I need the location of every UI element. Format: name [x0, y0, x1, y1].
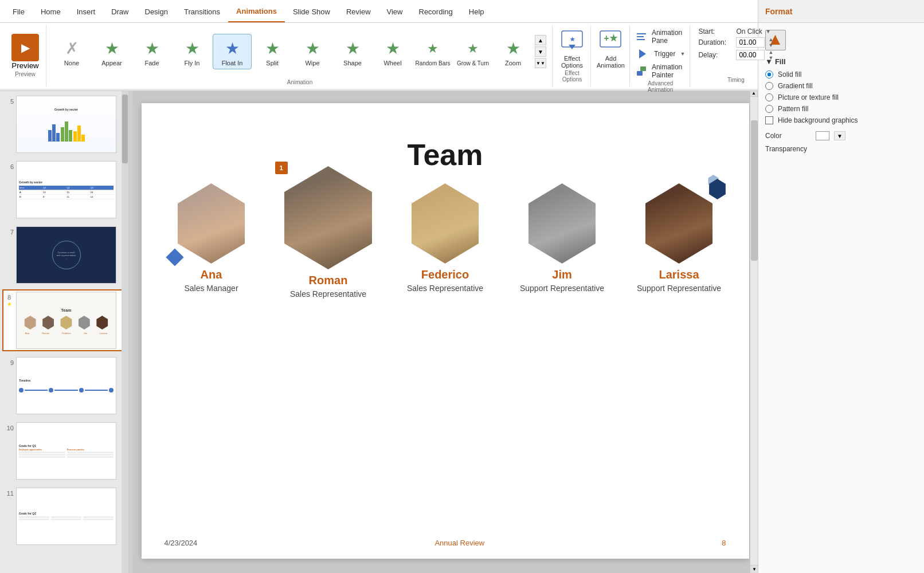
tab-draw[interactable]: Draw — [103, 1, 136, 22]
tab-file[interactable]: File — [5, 1, 33, 22]
slide-thumb-10[interactable]: 10 Goals for Q1 Employee opportunities B… — [2, 420, 126, 482]
slide-num-8: 8★ — [5, 294, 14, 307]
roman-face — [280, 166, 377, 269]
format-panel-header: Format — [758, 0, 924, 23]
effect-options-icon: ★ — [558, 28, 586, 55]
scroll-down-button[interactable]: ▼ — [535, 46, 546, 57]
color-picker-btn[interactable]: ▼ — [834, 131, 845, 140]
slide-scroll-thumb — [751, 120, 758, 261]
tab-transitions[interactable]: Transitions — [176, 1, 228, 22]
timing-group: Start: On Click ▼ Duration: ▲▼ Delay: ▲▼… — [691, 25, 780, 87]
anim-fly-in[interactable]: ★ Fly In — [173, 34, 212, 69]
slide-num-9: 9 — [5, 359, 14, 366]
preview-group-label: Preview — [15, 71, 36, 79]
zoom-icon: ★ — [502, 37, 524, 60]
tab-review[interactable]: Review — [338, 1, 379, 22]
add-animation-button[interactable]: +★ AddAnimation — [597, 28, 625, 69]
fill-option-hide[interactable]: Hide background graphics — [765, 116, 917, 124]
tab-animations[interactable]: Animations — [228, 1, 285, 22]
slide-scroll-bottom-btn[interactable]: ▼ — [750, 565, 758, 573]
animation-painter-row[interactable]: Animation Painter — [636, 62, 686, 80]
preview-group: ▶ Preview Preview — [5, 25, 46, 87]
slide-panel-thumb — [122, 95, 128, 163]
slide-thumb-8[interactable]: 8★ Team Ana Roman Federico J — [2, 289, 126, 351]
tab-slideshow[interactable]: Slide Show — [285, 1, 338, 22]
fill-option-pattern[interactable]: Pattern fill — [765, 105, 917, 113]
ana-role: Sales Manager — [184, 284, 238, 293]
slide-num-5: 5 — [5, 98, 14, 105]
team-member-ana: Ana Sales Manager — [160, 183, 263, 293]
fill-option-picture[interactable]: Picture or texture fill — [765, 93, 917, 101]
slide-thumb-9[interactable]: 9 Timeline — [2, 355, 126, 417]
slide-thumb-5[interactable]: 5 Growth by sector — [2, 93, 126, 155]
ribbon: File Home Insert Draw Design Transitions… — [0, 0, 758, 91]
fill-properties: Color ▼ Transparency — [765, 131, 917, 153]
scroll-up-button[interactable]: ▲ — [535, 35, 546, 45]
svg-rect-7 — [637, 39, 645, 40]
radio-picture — [765, 93, 773, 101]
trigger-label: Trigger — [654, 50, 676, 58]
slide-right-scrollbar: ▲ ▼ — [750, 89, 758, 573]
effect-options-button[interactable]: ★ Effect Options — [558, 28, 586, 69]
roman-name: Roman — [309, 274, 348, 287]
anim-float-in[interactable]: ★ Float In — [213, 34, 252, 69]
slide-thumb-11[interactable]: 11 Goals for Q2 — [2, 485, 126, 547]
grow-turn-icon: ★ — [461, 37, 484, 60]
slide-thumb-6[interactable]: 6 Growth by sector Item Q1 Q2 Q3 A121518 — [2, 159, 126, 221]
scroll-more-button[interactable]: ▼▼ — [535, 58, 546, 68]
fill-hide-label: Hide background graphics — [778, 116, 858, 124]
fill-option-gradient[interactable]: Gradient fill — [765, 82, 917, 90]
slide-num-7: 7 — [5, 229, 14, 236]
jim-face — [525, 183, 600, 264]
advanced-animation-group: Animation Pane Trigger ▼ Anim — [631, 25, 691, 87]
svg-marker-8 — [639, 49, 646, 58]
anim-fly-in-label: Fly In — [185, 60, 200, 66]
tab-design[interactable]: Design — [137, 1, 176, 22]
ana-blue-diamond — [166, 248, 183, 266]
tab-insert[interactable]: Insert — [69, 1, 104, 22]
animation-group: ✗ None ★ Appear ★ Fade ★ Fly In — [48, 25, 553, 87]
timing-delay-input[interactable] — [736, 50, 765, 60]
tab-home[interactable]: Home — [33, 1, 69, 22]
preview-button[interactable]: ▶ Preview — [11, 34, 39, 70]
anim-wipe[interactable]: ★ Wipe — [293, 34, 332, 69]
slide-panel-scrollbar[interactable] — [122, 89, 128, 573]
anim-none[interactable]: ✗ None — [52, 34, 91, 69]
tab-recording[interactable]: Recording — [411, 1, 461, 22]
anim-zoom[interactable]: ★ Zoom — [494, 34, 533, 69]
timing-start-arrow[interactable]: ▼ — [766, 29, 771, 34]
color-swatch[interactable] — [816, 131, 829, 140]
animation-pane-row[interactable]: Animation Pane — [636, 28, 686, 46]
anim-random-bars[interactable]: ★ Random Bars — [413, 35, 452, 69]
effect-options-group: ★ Effect Options Effect Options — [554, 25, 591, 87]
anim-wheel[interactable]: ★ Wheel — [373, 34, 412, 69]
fill-option-solid[interactable]: Solid fill — [765, 70, 917, 79]
slide-thumb-7[interactable]: 7 Continue to workwith representative... — [2, 224, 126, 286]
anim-wheel-label: Wheel — [383, 60, 401, 66]
trigger-row[interactable]: Trigger ▼ — [636, 46, 686, 62]
anim-fade-label: Fade — [144, 60, 159, 66]
anim-shape[interactable]: ★ Shape — [333, 34, 372, 69]
anim-grow-turn[interactable]: ★ Grow & Turn — [453, 35, 492, 69]
duration-spinners: ▲▼ — [768, 37, 773, 48]
anim-split[interactable]: ★ Split — [253, 34, 292, 69]
slide-img-8: Team Ana Roman Federico Jim Larissa — [16, 292, 116, 349]
timing-duration-input[interactable] — [736, 37, 765, 48]
tab-help[interactable]: Help — [461, 1, 492, 22]
timing-start-row: Start: On Click ▼ — [698, 28, 773, 36]
anim-fade[interactable]: ★ Fade — [132, 34, 171, 69]
delay-spinners: ▲▼ — [768, 49, 773, 61]
slide-footer: 4/23/2024 Annual Review 8 — [165, 539, 726, 547]
larissa-hexagon-wrapper — [642, 183, 717, 264]
anim-appear-label: Appear — [101, 60, 122, 66]
svg-rect-5 — [637, 33, 646, 34]
team-member-jim: Jim Support Representative — [511, 183, 614, 293]
ana-name: Ana — [201, 268, 222, 281]
tab-view[interactable]: View — [379, 1, 411, 22]
slide-img-5: Growth by sector — [16, 96, 116, 153]
fill-pattern-label: Pattern fill — [778, 105, 808, 113]
fill-header[interactable]: ▼ Fill — [765, 57, 917, 66]
anim-appear[interactable]: ★ Appear — [92, 34, 131, 69]
fill-options: Solid fill Gradient fill Picture or text… — [765, 70, 917, 124]
anim-split-label: Split — [266, 60, 278, 66]
